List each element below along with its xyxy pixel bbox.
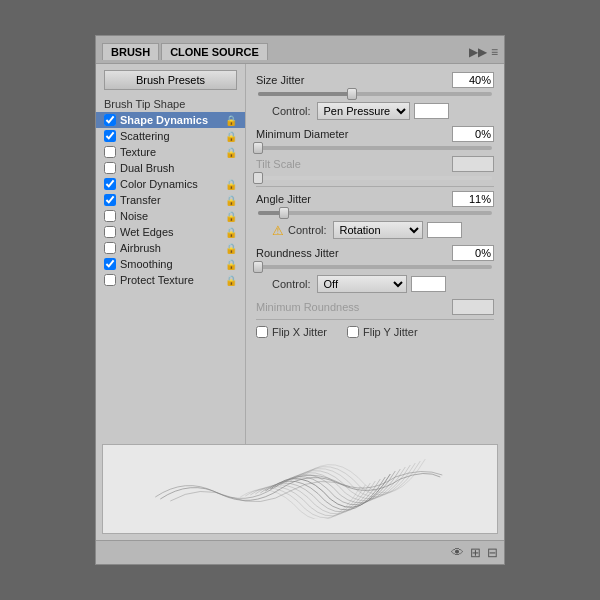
bottom-bar: 👁 ⊞ ⊟ <box>96 540 504 564</box>
angle-jitter-value[interactable] <box>452 191 494 207</box>
warning-icon: ⚠ <box>272 223 284 238</box>
shape-dynamics-checkbox[interactable] <box>104 114 116 126</box>
tab-bar: BRUSH CLONE SOURCE ▶▶ ≡ <box>96 36 504 64</box>
lock-icon-smoothing: 🔒 <box>225 259 237 270</box>
min-diameter-slider[interactable] <box>256 146 494 150</box>
size-jitter-label: Size Jitter <box>256 74 366 86</box>
sidebar-item-smoothing[interactable]: Smoothing 🔒 <box>96 256 245 272</box>
roundness-jitter-row: Roundness Jitter <box>256 245 494 261</box>
roundness-jitter-slider[interactable] <box>256 265 494 269</box>
min-diameter-label: Minimum Diameter <box>256 128 366 140</box>
off-select[interactable]: Off <box>317 275 407 293</box>
eye-icon[interactable]: 👁 <box>451 545 464 560</box>
pen-pressure-value[interactable] <box>414 103 449 119</box>
lock-icon-airbrush: 🔒 <box>225 243 237 254</box>
lock-icon-scattering: 🔒 <box>225 131 237 142</box>
brush-stroke-preview <box>123 459 478 519</box>
control-label-3: Control: <box>272 278 311 290</box>
airbrush-label: Airbrush <box>120 242 223 254</box>
shape-dynamics-label: Shape Dynamics <box>120 114 223 126</box>
dual-brush-label: Dual Brush <box>120 162 237 174</box>
sidebar-item-protect-texture[interactable]: Protect Texture 🔒 <box>96 272 245 288</box>
angle-jitter-label: Angle Jitter <box>256 193 366 205</box>
roundness-jitter-value[interactable] <box>452 245 494 261</box>
flip-y-checkbox[interactable] <box>347 326 359 338</box>
tilt-scale-row: Tilt Scale <box>256 156 494 172</box>
lock-icon-wet-edges: 🔒 <box>225 227 237 238</box>
lock-icon-noise: 🔒 <box>225 211 237 222</box>
sidebar-item-texture[interactable]: Texture 🔒 <box>96 144 245 160</box>
off-value[interactable] <box>411 276 446 292</box>
wet-edges-label: Wet Edges <box>120 226 223 238</box>
roundness-jitter-control-row: Control: Off <box>256 275 494 293</box>
size-jitter-value[interactable] <box>452 72 494 88</box>
color-dynamics-checkbox[interactable] <box>104 178 116 190</box>
menu-icon[interactable]: ≡ <box>491 45 498 59</box>
lock-icon-transfer: 🔒 <box>225 195 237 206</box>
sidebar-item-transfer[interactable]: Transfer 🔒 <box>96 192 245 208</box>
noise-checkbox[interactable] <box>104 210 116 222</box>
size-jitter-control-row: Control: Pen Pressure <box>256 102 494 120</box>
tilt-scale-label: Tilt Scale <box>256 158 366 170</box>
size-jitter-row: Size Jitter <box>256 72 494 88</box>
scattering-checkbox[interactable] <box>104 130 116 142</box>
flip-row: Flip X Jitter Flip Y Jitter <box>256 326 494 338</box>
sidebar-item-shape-dynamics[interactable]: Shape Dynamics 🔒 <box>96 112 245 128</box>
sidebar-item-wet-edges[interactable]: Wet Edges 🔒 <box>96 224 245 240</box>
protect-texture-checkbox[interactable] <box>104 274 116 286</box>
dual-brush-checkbox[interactable] <box>104 162 116 174</box>
lock-icon-protect-texture: 🔒 <box>225 275 237 286</box>
brush-presets-button[interactable]: Brush Presets <box>104 70 237 90</box>
noise-label: Noise <box>120 210 223 222</box>
flip-x-item[interactable]: Flip X Jitter <box>256 326 327 338</box>
color-dynamics-label: Color Dynamics <box>120 178 223 190</box>
angle-jitter-row: Angle Jitter <box>256 191 494 207</box>
min-diameter-value[interactable] <box>452 126 494 142</box>
tab-brush[interactable]: BRUSH <box>102 43 159 60</box>
sidebar-item-dual-brush[interactable]: Dual Brush <box>96 160 245 176</box>
airbrush-checkbox[interactable] <box>104 242 116 254</box>
brush-preview <box>102 444 498 534</box>
protect-texture-label: Protect Texture <box>120 274 223 286</box>
flip-x-checkbox[interactable] <box>256 326 268 338</box>
tilt-scale-slider[interactable] <box>256 176 494 180</box>
brush-panel: BRUSH CLONE SOURCE ▶▶ ≡ Brush Presets Br… <box>95 35 505 565</box>
smoothing-label: Smoothing <box>120 258 223 270</box>
flip-x-label: Flip X Jitter <box>272 326 327 338</box>
rotation-select[interactable]: Rotation <box>333 221 423 239</box>
resize-icon[interactable]: ⊟ <box>487 545 498 560</box>
transfer-checkbox[interactable] <box>104 194 116 206</box>
size-jitter-slider[interactable] <box>256 92 494 96</box>
lock-icon-shape-dynamics: 🔒 <box>225 115 237 126</box>
min-diameter-row: Minimum Diameter <box>256 126 494 142</box>
tilt-scale-value[interactable] <box>452 156 494 172</box>
flip-y-label: Flip Y Jitter <box>363 326 418 338</box>
texture-checkbox[interactable] <box>104 146 116 158</box>
wet-edges-checkbox[interactable] <box>104 226 116 238</box>
expand-icon[interactable]: ▶▶ <box>469 45 487 59</box>
brush-tip-shape-label: Brush Tip Shape <box>96 96 245 112</box>
lock-icon-color-dynamics: 🔒 <box>225 179 237 190</box>
tab-clone-source[interactable]: CLONE SOURCE <box>161 43 268 60</box>
sidebar: Brush Presets Brush Tip Shape Shape Dyna… <box>96 64 246 444</box>
grid-icon[interactable]: ⊞ <box>470 545 481 560</box>
min-roundness-value[interactable] <box>452 299 494 315</box>
separator-1 <box>256 186 494 187</box>
flip-y-item[interactable]: Flip Y Jitter <box>347 326 418 338</box>
transfer-label: Transfer <box>120 194 223 206</box>
angle-jitter-control-row: ⚠ Control: Rotation <box>256 221 494 239</box>
right-panel: Size Jitter Control: Pen Pressure Minimu <box>246 64 504 444</box>
rotation-value[interactable] <box>427 222 462 238</box>
smoothing-checkbox[interactable] <box>104 258 116 270</box>
pen-pressure-select[interactable]: Pen Pressure <box>317 102 410 120</box>
angle-jitter-slider[interactable] <box>256 211 494 215</box>
sidebar-item-noise[interactable]: Noise 🔒 <box>96 208 245 224</box>
lock-icon-texture: 🔒 <box>225 147 237 158</box>
sidebar-item-airbrush[interactable]: Airbrush 🔒 <box>96 240 245 256</box>
sidebar-item-color-dynamics[interactable]: Color Dynamics 🔒 <box>96 176 245 192</box>
sidebar-item-scattering[interactable]: Scattering 🔒 <box>96 128 245 144</box>
min-roundness-label: Minimum Roundness <box>256 301 366 313</box>
scattering-label: Scattering <box>120 130 223 142</box>
control-label-2: Control: <box>288 224 327 236</box>
separator-2 <box>256 319 494 320</box>
